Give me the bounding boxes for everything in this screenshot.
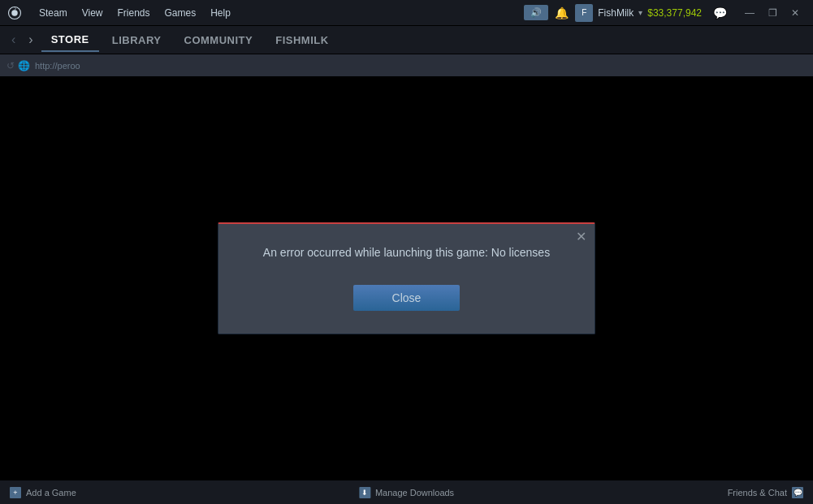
dialog-close-x-button[interactable]: ✕: [576, 230, 586, 243]
address-icons: ↺ 🌐: [6, 60, 30, 71]
steam-logo: [6, 5, 23, 21]
user-avatar: F: [575, 4, 593, 22]
friends-chat-item[interactable]: Friends & Chat 💬: [728, 487, 803, 498]
window-controls: — ❐ ✕: [738, 4, 807, 22]
downloads-icon: ⬇: [359, 487, 370, 498]
close-window-button[interactable]: ✕: [784, 4, 807, 22]
menu-friends[interactable]: Friends: [110, 4, 156, 22]
title-bar-left: Steam View Friends Games Help: [6, 4, 237, 22]
svg-point-1: [11, 10, 18, 16]
chat-icon[interactable]: 💬: [708, 4, 732, 22]
manage-downloads-label: Manage Downloads: [375, 488, 454, 498]
menu-games[interactable]: Games: [158, 4, 203, 22]
friends-chat-icon: 💬: [792, 487, 803, 498]
address-bar: ↺ 🌐 http://peroo: [0, 54, 813, 77]
tab-store[interactable]: STORE: [41, 28, 99, 52]
add-game-item[interactable]: + Add a Game: [10, 487, 76, 498]
tab-library[interactable]: LIBRARY: [102, 29, 171, 51]
add-game-icon: +: [10, 487, 21, 498]
notification-bell[interactable]: 🔔: [555, 6, 569, 19]
tab-fishmilk[interactable]: FISHMILK: [266, 29, 338, 51]
add-game-label: Add a Game: [26, 488, 76, 498]
dialog-close-button[interactable]: Close: [353, 285, 461, 311]
url-text: http://peroo: [35, 61, 80, 71]
back-button[interactable]: ‹: [6, 31, 20, 49]
friends-chat-label: Friends & Chat: [728, 488, 787, 498]
bottom-bar: + Add a Game ⬇ Manage Downloads Friends …: [0, 480, 813, 504]
forward-button[interactable]: ›: [24, 31, 37, 49]
refresh-icon[interactable]: ↺: [6, 60, 15, 71]
title-bar-menu: Steam View Friends Games Help: [32, 4, 237, 22]
dialog-message: An error occurred while launching this g…: [244, 243, 569, 261]
main-content: ✕ An error occurred while launching this…: [0, 77, 813, 480]
title-bar-right: 🔊 🔔 F FishMilk ▾ $33,377,942 💬 — ❐ ✕: [524, 4, 807, 22]
dialog-overlay: ✕ An error occurred while launching this…: [0, 77, 813, 480]
restore-button[interactable]: ❐: [761, 4, 784, 22]
sound-button[interactable]: 🔊: [524, 5, 548, 20]
manage-downloads-item[interactable]: ⬇ Manage Downloads: [359, 487, 454, 498]
tab-community[interactable]: COMMUNITY: [175, 29, 263, 51]
title-bar: Steam View Friends Games Help 🔊 🔔 F Fish…: [0, 0, 813, 26]
dialog-actions: Close: [244, 285, 569, 311]
nav-bar: ‹ › STORE LIBRARY COMMUNITY FISHMILK: [0, 26, 813, 54]
menu-help[interactable]: Help: [204, 4, 237, 22]
menu-view[interactable]: View: [76, 4, 110, 22]
user-balance: $33,377,942: [647, 7, 702, 19]
globe-icon: 🌐: [18, 60, 30, 71]
menu-steam[interactable]: Steam: [32, 4, 74, 22]
user-name: FishMilk: [598, 7, 634, 19]
user-info[interactable]: F FishMilk ▾ $33,377,942: [575, 4, 702, 22]
minimize-button[interactable]: —: [738, 4, 761, 22]
error-dialog: ✕ An error occurred while launching this…: [218, 222, 595, 334]
